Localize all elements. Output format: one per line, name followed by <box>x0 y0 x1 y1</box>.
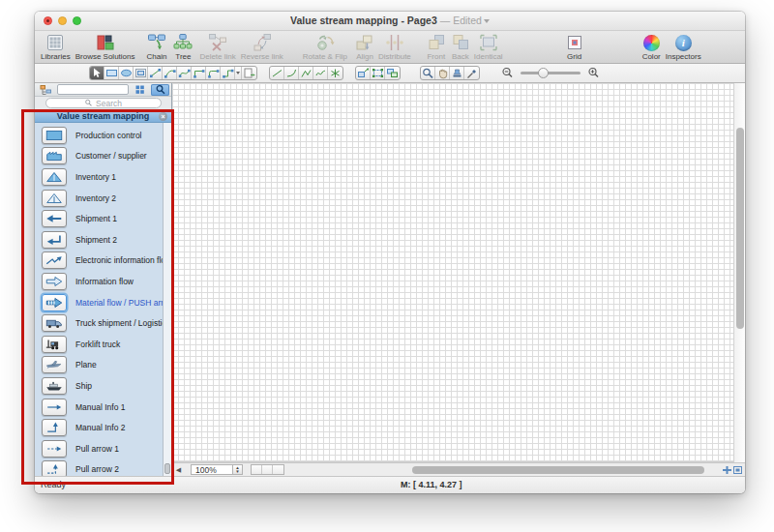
library-scrollbar-thumb[interactable] <box>164 463 170 474</box>
grid-button[interactable]: Grid <box>565 33 584 62</box>
drawing-canvas[interactable] <box>172 83 733 462</box>
pan-hand-tool[interactable] <box>435 67 450 79</box>
library-filter-field[interactable] <box>57 84 129 95</box>
arc-connector-tool[interactable] <box>163 67 177 79</box>
page-tab[interactable] <box>252 465 262 474</box>
main-toolbar: Libraries Browse Solutions Chain Tree De… <box>35 31 745 64</box>
actual-size-icon[interactable] <box>733 466 742 474</box>
library-tree-view-button[interactable] <box>37 84 55 96</box>
library-header[interactable]: Value stream mapping × <box>35 110 171 123</box>
electronic-information-flow-icon <box>42 251 67 269</box>
zoom-tool[interactable] <box>421 67 435 79</box>
library-item-shipment-2[interactable]: Shipment 2 <box>35 229 171 251</box>
library-item-label: Manual Info 1 <box>75 402 126 412</box>
stamp-tool[interactable] <box>450 67 464 79</box>
horizontal-scrollbar-thumb[interactable] <box>412 466 704 474</box>
library-item-shipment-1[interactable]: Shipment 1 <box>35 208 171 229</box>
zoom-slider-knob[interactable] <box>538 68 549 78</box>
library-item-pull-arrow-2[interactable]: Pull arrow 2 <box>35 459 171 477</box>
page-back-arrow[interactable]: ◀ <box>172 466 185 474</box>
inspectors-button[interactable]: i Inspectors <box>666 33 701 62</box>
library-item-pull-arrow-1[interactable]: Pull arrow 1 <box>35 438 171 459</box>
library-item-inventory-1[interactable]: Inventory 1 <box>35 166 171 188</box>
toolbar-label: Libraries <box>41 52 71 62</box>
frame-tool[interactable] <box>134 67 148 79</box>
library-item-manual-info-1[interactable]: Manual Info 1 <box>35 397 171 418</box>
connector-options-caret[interactable] <box>235 67 242 79</box>
library-item-customer-supplier[interactable]: Customer / supplier <box>35 146 171 167</box>
pointer-tool[interactable] <box>90 67 104 79</box>
vertical-scrollbar[interactable] <box>733 83 745 462</box>
library-item-information-flow[interactable]: Information flow <box>35 271 171 292</box>
handles-tool[interactable] <box>371 67 385 79</box>
chain-button[interactable]: Chain <box>147 33 167 62</box>
library-item-electronic-information-flow[interactable]: Electronic information flow <box>35 251 171 272</box>
title-caret-icon[interactable] <box>484 19 490 23</box>
snap-tool[interactable] <box>328 67 342 79</box>
toolbar-label: Front <box>427 52 445 62</box>
tools-toolbar <box>35 64 745 83</box>
vertical-scrollbar-thumb[interactable] <box>736 128 744 329</box>
library-item-label: Inventory 2 <box>75 193 116 203</box>
rectangle-tool[interactable] <box>104 67 119 79</box>
library-grid-view-button[interactable] <box>131 84 149 96</box>
library-item-truck-shipment-logistics[interactable]: Truck shipment / Logistics <box>35 312 171 334</box>
library-item-label: Pull arrow 2 <box>75 464 119 474</box>
transform-tools-group <box>355 66 401 80</box>
direct-connector-tool[interactable] <box>148 67 163 79</box>
library-item-inventory-2[interactable]: Inventory 2 <box>35 188 171 209</box>
zoom-slider[interactable] <box>521 72 580 74</box>
libraries-button[interactable]: Libraries <box>41 33 71 62</box>
smart-connector-tool[interactable] <box>221 67 235 79</box>
library-item-label: Forklift truck <box>75 340 120 349</box>
arc-tool[interactable] <box>284 67 299 79</box>
toolbar-label: Rotate & Flip <box>303 52 347 62</box>
rotate-flip-button: Rotate & Flip <box>303 33 347 62</box>
color-button[interactable]: Color <box>642 33 661 62</box>
library-item-label: Ship <box>75 381 92 391</box>
library-item-label: Shipment 1 <box>75 214 117 223</box>
library-item-material-flow-push-arrow[interactable]: Material flow / PUSH arrow <box>35 292 171 313</box>
close-window-button[interactable] <box>44 16 52 25</box>
page-tab[interactable] <box>273 465 283 474</box>
zoom-stepper[interactable]: ▲▼ <box>233 464 243 475</box>
line-tool[interactable] <box>270 67 284 79</box>
library-item-manual-info-2[interactable]: Manual Info 2 <box>35 417 171 438</box>
toolbar-label: Reverse link <box>241 52 283 62</box>
ellipse-tool[interactable] <box>119 67 134 79</box>
library-close-icon[interactable]: × <box>159 112 167 121</box>
zoom-window-button[interactable] <box>73 16 81 25</box>
scale-tool[interactable] <box>356 67 371 79</box>
library-search-toggle-button[interactable] <box>151 84 169 96</box>
bezier-connector-tool[interactable] <box>177 67 192 79</box>
library-mini-toolbar <box>35 83 171 97</box>
library-sidebar: Search Value stream mapping × Production… <box>35 83 172 476</box>
plane-icon <box>42 356 67 373</box>
tree-button[interactable]: Tree <box>173 33 193 62</box>
library-scrollbar[interactable] <box>163 123 171 476</box>
align-button: Align <box>355 33 374 62</box>
group-tool[interactable] <box>385 67 400 79</box>
library-search-input[interactable]: Search <box>45 98 162 108</box>
browse-solutions-button[interactable]: Browse Solutions <box>75 33 135 62</box>
insert-page-tool[interactable] <box>242 67 256 79</box>
library-item-plane[interactable]: Plane <box>35 355 171 376</box>
polyline-tool[interactable] <box>299 67 313 79</box>
rounded-connector-tool[interactable] <box>206 67 221 79</box>
zoom-level-field[interactable]: 100% <box>191 464 233 475</box>
toolbar-label: Identical <box>474 52 503 62</box>
page-tab[interactable] <box>262 465 273 474</box>
library-item-forklift-truck[interactable]: Forklift truck <box>35 334 171 355</box>
eyedropper-tool[interactable] <box>464 67 479 79</box>
library-item-production-control[interactable]: Production control <box>35 125 171 146</box>
fit-page-icon[interactable] <box>723 466 731 474</box>
zoom-out-button[interactable] <box>501 65 514 82</box>
color-wheel-icon <box>643 33 660 52</box>
zoom-in-button[interactable] <box>587 65 600 82</box>
distribute-icon <box>385 33 404 52</box>
library-item-ship[interactable]: Ship <box>35 375 171 397</box>
rightangle-connector-tool[interactable] <box>192 67 206 79</box>
curve-tool[interactable] <box>313 67 328 79</box>
ship-icon <box>42 377 67 395</box>
minimize-window-button[interactable] <box>58 16 67 25</box>
